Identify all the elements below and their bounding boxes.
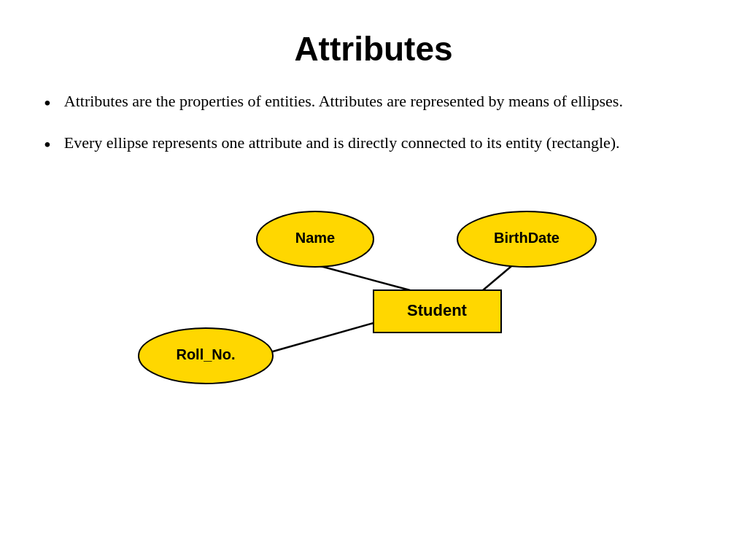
birthdate-label: BirthDate <box>494 230 560 246</box>
line-rollno <box>268 323 374 353</box>
bullet-dot-1: • <box>44 89 51 117</box>
line-name <box>315 265 410 290</box>
bullet-item-2: • Every ellipse represents one attribute… <box>44 132 703 159</box>
bullet-text-2: Every ellipse represents one attribute a… <box>64 132 703 155</box>
slide-title: Attributes <box>44 29 703 69</box>
bullet-item-1: • Attributes are the properties of entit… <box>44 90 703 117</box>
bullet-dot-2: • <box>44 131 51 159</box>
diagram-svg: Name BirthDate Roll_No. Student <box>44 195 703 400</box>
bullet-text-1: Attributes are the properties of entitie… <box>64 90 703 113</box>
slide: Attributes • Attributes are the properti… <box>0 0 747 560</box>
student-label: Student <box>407 301 468 319</box>
bullet-list: • Attributes are the properties of entit… <box>44 90 703 174</box>
diagram-area: Name BirthDate Roll_No. Student <box>44 195 703 400</box>
rollno-label: Roll_No. <box>176 347 235 363</box>
name-label: Name <box>295 230 335 246</box>
